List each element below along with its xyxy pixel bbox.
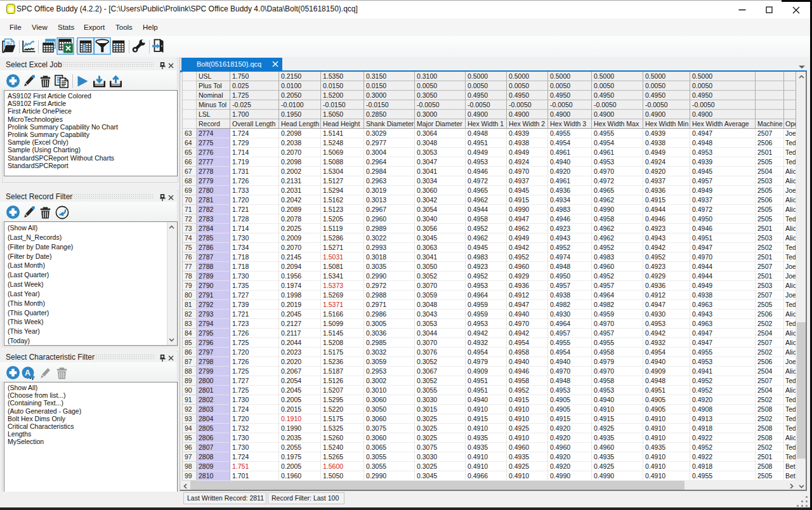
- svg-text:A: A: [25, 369, 30, 377]
